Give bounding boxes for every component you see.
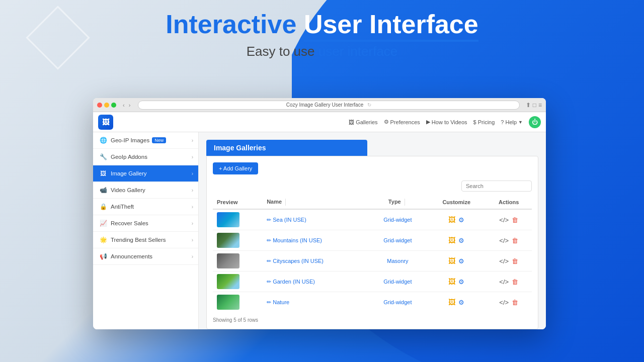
- delete-icon-3[interactable]: 🗑: [512, 257, 518, 265]
- how-to-videos-label: How to Videos: [432, 119, 467, 125]
- gallery-name-link-4[interactable]: ✏ Garden (IN USE): [267, 279, 315, 285]
- pricing-label: Pricing: [478, 119, 495, 125]
- sidebar-label-announcements: Announcements: [111, 253, 152, 259]
- sidebar-item-image-gallery[interactable]: 🖼 Image Gallery ›: [93, 165, 198, 182]
- sidebar-label-antitheft: AntiTheft: [111, 204, 134, 210]
- gallery-image-icon-1[interactable]: 🖼: [448, 216, 455, 224]
- action-icons-2: </> 🗑: [490, 237, 528, 244]
- geo-ip-images-icon: 🌐: [99, 137, 107, 144]
- sidebar-label-geoip-addons: GeoIp Addons: [111, 154, 147, 160]
- code-icon-5[interactable]: </>: [499, 299, 509, 306]
- galleries-icon: 🖼: [349, 119, 354, 125]
- gear-icon-4[interactable]: ⚙: [458, 278, 464, 286]
- cell-actions-3: </> 🗑: [486, 251, 532, 272]
- browser-back-button[interactable]: ‹: [121, 102, 126, 109]
- help-label: Help: [505, 119, 517, 125]
- gallery-type-link-4[interactable]: Grid-widget: [383, 279, 412, 285]
- cell-preview-2: [213, 230, 263, 251]
- gear-icon-1[interactable]: ⚙: [458, 216, 464, 224]
- browser-bookmark-icon[interactable]: □: [533, 102, 536, 109]
- hero-title-dark: Interactive: [166, 10, 296, 39]
- preferences-label: Preferences: [390, 119, 420, 125]
- gallery-type-link-1[interactable]: Grid-widget: [383, 217, 412, 223]
- gallery-name-link-5[interactable]: ✏ Nature: [267, 299, 289, 305]
- sidebar-item-geoip-addons[interactable]: 🔧 GeoIp Addons ›: [93, 149, 198, 165]
- gallery-image-icon-2[interactable]: 🖼: [448, 236, 455, 244]
- cell-type-3: Masonry: [368, 251, 427, 272]
- hero-title: Interactive User Interface: [0, 10, 644, 42]
- col-actions: Actions: [486, 196, 532, 209]
- table-row: ✏ Cityscapes (IN USE) Masonry 🖼 ⚙: [213, 251, 532, 272]
- gallery-name-link-3[interactable]: ✏ Cityscapes (IN USE): [267, 258, 324, 264]
- col-preview: Preview: [213, 196, 263, 209]
- app-nav: 🖼 Galleries ⚙ Preferences ▶ How to Video…: [349, 116, 541, 128]
- table-row: ✏ Mountains (IN USE) Grid-widget 🖼 ⚙: [213, 230, 532, 251]
- browser-dot-yellow[interactable]: [104, 103, 109, 108]
- search-input[interactable]: [461, 180, 532, 192]
- sidebar-arrow-1: ›: [192, 154, 193, 160]
- browser-nav-buttons: ‹ ›: [121, 102, 132, 109]
- action-icons-3: </> 🗑: [490, 257, 528, 265]
- browser-more-icon[interactable]: ≡: [538, 102, 542, 109]
- browser-forward-button[interactable]: ›: [127, 102, 132, 109]
- sidebar-item-recover-sales[interactable]: 📈 Recover Sales ›: [93, 215, 198, 232]
- power-icon: ⏻: [532, 119, 538, 126]
- sidebar-item-announcements[interactable]: 📢 Announcements ›: [93, 248, 198, 265]
- add-gallery-button[interactable]: + Add Gallery: [213, 162, 258, 174]
- gallery-image-icon-3[interactable]: 🖼: [448, 257, 455, 265]
- browser-share-icon[interactable]: ⬆: [526, 102, 531, 109]
- delete-icon-1[interactable]: 🗑: [512, 216, 518, 224]
- gallery-type-link-2[interactable]: Grid-widget: [383, 237, 412, 243]
- cell-name-3: ✏ Cityscapes (IN USE): [263, 251, 368, 272]
- cell-type-4: Grid-widget: [368, 272, 427, 292]
- delete-icon-5[interactable]: 🗑: [512, 299, 518, 306]
- main-content: Image Galleries + Add Gallery Preview Na…: [199, 132, 546, 329]
- nav-pricing[interactable]: $ Pricing: [473, 119, 495, 125]
- nav-preferences[interactable]: ⚙ Preferences: [384, 119, 420, 125]
- sidebar-arrow-5: ›: [192, 221, 193, 226]
- power-button[interactable]: ⏻: [529, 116, 541, 128]
- cell-name-2: ✏ Mountains (IN USE): [263, 230, 368, 251]
- gallery-name-link-2[interactable]: ✏ Mountains (IN USE): [267, 237, 322, 243]
- sidebar-item-video-gallery[interactable]: 📹 Video Gallery ›: [93, 182, 198, 199]
- gear-icon-5[interactable]: ⚙: [458, 299, 464, 306]
- hero-section: Interactive User Interface Easy to use u…: [0, 10, 644, 59]
- gallery-type-link-5[interactable]: Grid-widget: [383, 299, 412, 305]
- code-icon-4[interactable]: </>: [499, 278, 509, 286]
- code-icon-3[interactable]: </>: [499, 257, 509, 265]
- sidebar-item-geo-ip-images[interactable]: 🌐 Geo-IP Images New ›: [93, 132, 198, 149]
- preview-thumb-nature: [217, 295, 239, 310]
- browser-dot-green[interactable]: [111, 103, 116, 108]
- action-icons-1: </> 🗑: [490, 216, 528, 224]
- nav-galleries[interactable]: 🖼 Galleries: [349, 119, 377, 125]
- gear-icon-3[interactable]: ⚙: [458, 257, 464, 265]
- cell-actions-5: </> 🗑: [486, 292, 532, 313]
- delete-icon-2[interactable]: 🗑: [512, 237, 518, 244]
- gallery-image-icon-5[interactable]: 🖼: [448, 298, 455, 306]
- gallery-table: Preview Name Type Customize Actions: [213, 196, 532, 312]
- code-icon-1[interactable]: </>: [499, 216, 509, 224]
- content-panel: + Add Gallery Preview Name Type Customiz…: [206, 156, 538, 329]
- nav-how-to-videos[interactable]: ▶ How to Videos: [426, 119, 467, 125]
- browser-url-bar[interactable]: Cozy Image Gallery User Interface ↻: [138, 101, 519, 110]
- sidebar-item-trending-best-sellers[interactable]: 🌟 Trending Best Sellers ›: [93, 232, 198, 248]
- trending-icon: 🌟: [99, 236, 107, 243]
- video-gallery-icon: 📹: [99, 187, 107, 194]
- col-type: Type: [368, 196, 427, 209]
- gallery-type-link-3[interactable]: Masonry: [387, 258, 408, 264]
- nav-help[interactable]: ? Help ▼: [501, 119, 523, 125]
- table-row: ✏ Sea (IN USE) Grid-widget 🖼 ⚙: [213, 209, 532, 230]
- code-icon-2[interactable]: </>: [499, 237, 509, 244]
- browser-dot-red[interactable]: [97, 103, 102, 108]
- gear-icon-2[interactable]: ⚙: [458, 237, 464, 244]
- table-footer: Showing 5 of 5 rows: [213, 317, 532, 323]
- sidebar-item-antitheft[interactable]: 🔒 AntiTheft ›: [93, 199, 198, 215]
- sidebar-arrow-7: ›: [192, 254, 193, 259]
- preview-thumb-sea: [217, 212, 239, 227]
- cell-actions-4: </> 🗑: [486, 272, 532, 292]
- gallery-image-icon-4[interactable]: 🖼: [448, 278, 455, 286]
- sidebar: 🌐 Geo-IP Images New › 🔧 GeoIp Addons › 🖼…: [93, 132, 199, 329]
- recover-sales-icon: 📈: [99, 220, 107, 227]
- gallery-name-link-1[interactable]: ✏ Sea (IN USE): [267, 217, 306, 223]
- delete-icon-4[interactable]: 🗑: [512, 278, 518, 286]
